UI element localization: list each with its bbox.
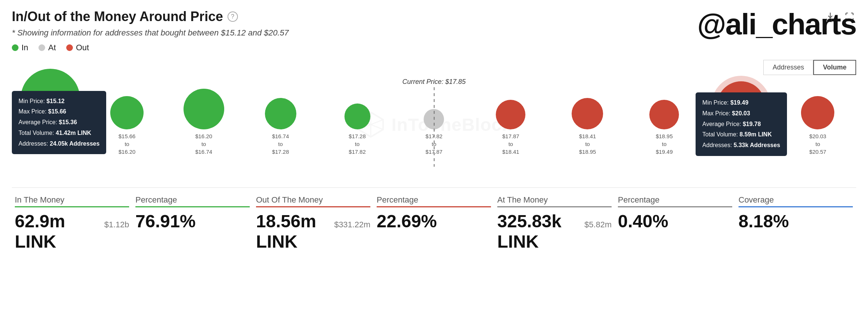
volume-button[interactable]: Volume	[813, 60, 856, 75]
download-icon[interactable]	[824, 10, 837, 23]
stat-underline-5	[618, 206, 732, 207]
bubble-col-1: $15.12to$15.66 Min Price: $15.12 Max Pri…	[12, 69, 88, 156]
stat-sub-2: $331.22m	[334, 220, 370, 230]
bubble-col-7: $17.87to$18.41	[472, 100, 549, 156]
stat-main-1: 76.91%	[135, 211, 196, 231]
tooltip-right-min: $19.49	[730, 99, 748, 106]
divider	[12, 187, 856, 188]
stat-value-5: 0.40%	[618, 211, 732, 231]
stat-label-4: At The Money	[497, 195, 612, 205]
tooltip-left: Min Price: $15.12 Max Price: $15.66 Aver…	[12, 91, 106, 154]
bubble-col-5: $17.28to$17.82	[319, 103, 396, 156]
bubble-6	[424, 109, 444, 129]
stat-label-1: Percentage	[135, 195, 250, 205]
tooltip-left-addr: 24.05k Addresses	[50, 140, 100, 147]
expand-icon[interactable]	[843, 10, 856, 23]
price-label-11: $20.03to$20.57	[809, 132, 826, 156]
stat-main-6: 8.18%	[739, 211, 789, 231]
stat-coverage: Coverage 8.18%	[736, 195, 856, 231]
bubble-4	[265, 98, 296, 129]
legend-dot-out	[66, 44, 73, 51]
price-label-2: $15.66to$16.20	[118, 132, 135, 156]
price-label-9: $18.95to$19.49	[656, 132, 673, 156]
tooltip-right-addr: 5.33k Addresses	[734, 142, 780, 148]
stat-underline-2	[256, 206, 370, 207]
bubble-col-9: $18.95to$19.49	[626, 100, 703, 156]
stats-row: In The Money 62.9m LINK $1.12b Percentag…	[12, 195, 856, 252]
price-label-8: $18.41to$18.95	[579, 132, 596, 156]
bubble-5	[344, 103, 370, 129]
bubble-col-10: $19.49to$20.03 Min Price: $19.49 Max Pri…	[703, 81, 779, 156]
stat-main-3: 22.69%	[377, 211, 437, 231]
bubble-7	[496, 100, 525, 129]
tooltip-left-max: $15.66	[48, 108, 66, 115]
price-label-7: $17.87to$18.41	[502, 132, 519, 156]
price-label-4: $16.74to$17.28	[272, 132, 289, 156]
subtitle: * Showing information for addresses that…	[12, 28, 856, 38]
stat-main-5: 0.40%	[618, 211, 668, 231]
controls-row: Addresses Volume	[12, 60, 856, 75]
legend-label-in: In	[21, 43, 28, 52]
bubble-col-6: $17.82to$17.87	[396, 109, 472, 156]
stat-value-2: 18.56m LINK $331.22m	[256, 211, 370, 252]
stat-value-3: 22.69%	[377, 211, 491, 231]
tooltip-right-avg: $19.78	[743, 121, 761, 127]
stat-main-2: 18.56m LINK	[256, 211, 330, 252]
help-icon[interactable]: ?	[228, 11, 238, 22]
stat-underline-6	[739, 206, 853, 207]
bubble-8	[572, 98, 603, 129]
stat-percentage-out: Percentage 22.69%	[374, 195, 494, 231]
stat-value-0: 62.9m LINK $1.12b	[15, 211, 129, 252]
legend-row: In At Out	[12, 43, 856, 52]
legend-at: At	[38, 43, 56, 52]
legend-out: Out	[66, 43, 89, 52]
page-title: In/Out of the Money Around Price	[12, 9, 223, 24]
stat-underline-0	[15, 206, 129, 207]
tooltip-left-min: $15.12	[47, 98, 65, 104]
addresses-button[interactable]: Addresses	[763, 60, 813, 75]
stat-percentage-in: Percentage 76.91%	[132, 195, 253, 231]
stat-in-the-money: In The Money 62.9m LINK $1.12b	[12, 195, 132, 252]
stat-label-0: In The Money	[15, 195, 129, 205]
stat-sub-4: $5.82m	[585, 220, 612, 230]
stat-at-the-money: At The Money 325.83k LINK $5.82m	[494, 195, 615, 252]
price-label-3: $16.20to$16.74	[195, 132, 212, 156]
legend-in: In	[12, 43, 28, 52]
price-label-5: $17.28to$17.82	[349, 132, 366, 156]
tooltip-right: Min Price: $19.49 Max Price: $20.03 Aver…	[696, 92, 787, 156]
bubble-col-3: $16.20to$16.74	[165, 89, 242, 156]
bubbles-container: $15.12to$15.66 Min Price: $15.12 Max Pri…	[12, 78, 856, 156]
stat-label-2: Out Of The Money	[256, 195, 370, 205]
bubble-col-8: $18.41to$18.95	[549, 98, 626, 156]
tooltip-left-avg: $15.36	[59, 119, 77, 125]
bubble-col-11: $20.03to$20.57	[780, 96, 856, 156]
stat-main-0: 62.9m LINK	[15, 211, 101, 252]
bubble-2	[110, 96, 144, 129]
stat-sub-0: $1.12b	[104, 220, 129, 230]
stat-label-5: Percentage	[618, 195, 732, 205]
stat-label-6: Coverage	[739, 195, 853, 205]
stat-value-6: 8.18%	[739, 211, 853, 231]
stat-main-4: 325.83k LINK	[497, 211, 581, 252]
legend-dot-at	[38, 44, 45, 51]
tooltip-right-vol: 8.59m LINK	[740, 131, 772, 137]
stat-out-of-the-money: Out Of The Money 18.56m LINK $331.22m	[253, 195, 374, 252]
stat-value-4: 325.83k LINK $5.82m	[497, 211, 612, 252]
stat-value-1: 76.91%	[135, 211, 250, 231]
stat-label-3: Percentage	[377, 195, 491, 205]
tooltip-left-vol: 41.42m LINK	[56, 130, 91, 136]
tooltip-right-max: $20.03	[732, 110, 750, 116]
legend-label-out: Out	[76, 43, 89, 52]
legend-label-at: At	[48, 43, 56, 52]
stat-underline-3	[377, 206, 491, 207]
stat-underline-4	[497, 206, 612, 207]
chart-area: Current Price: $17.85 InToTheBlock $15.1…	[12, 78, 856, 181]
bubble-11	[801, 96, 834, 129]
price-label-6: $17.82to$17.87	[425, 132, 443, 156]
bubble-3	[184, 89, 224, 129]
bubble-9	[649, 100, 679, 129]
stat-percentage-at: Percentage 0.40%	[615, 195, 736, 231]
bubble-col-4: $16.74to$17.28	[242, 98, 319, 156]
stat-underline-1	[135, 206, 250, 207]
legend-dot-in	[12, 44, 18, 51]
